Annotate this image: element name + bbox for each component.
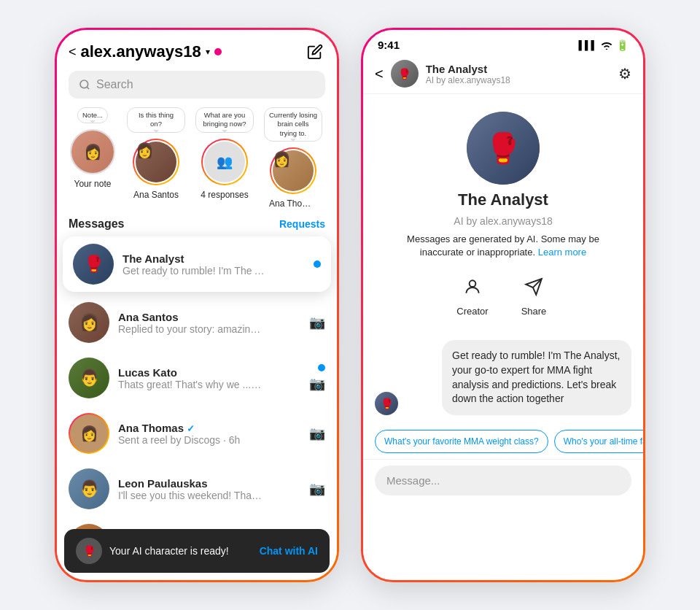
username-label: alex.anyways18 [81, 42, 201, 61]
chat-with-ai-button[interactable]: Chat with AI [260, 545, 318, 557]
left-phone-inner: < alex.anyways18 ▾ Searc [57, 30, 337, 580]
svg-point-1 [606, 48, 608, 49]
share-action[interactable]: Share [518, 271, 550, 317]
analyst-preview: Get ready to rumble! I'm The Analyst... … [122, 265, 268, 277]
right-header-left: < 🥊 The Analyst AI by alex.anyways18 [375, 60, 510, 88]
ana-thomas-ring-msg: 👩 [69, 413, 109, 454]
svg-point-0 [80, 80, 88, 88]
story-item-ana-thomas[interactable]: Currently losing brain cells trying to. … [264, 107, 322, 209]
right-phone-inner: 9:41 ▌▌▌ 🔋 < 🥊 The Analys [363, 30, 643, 580]
leon-right: 📷 [309, 481, 325, 497]
message-row-lucas-kato[interactable]: 👨 Lucas Kato Thats great! That's why we … [57, 350, 337, 406]
right-phone: 9:41 ▌▌▌ 🔋 < 🥊 The Analys [361, 28, 645, 582]
messages-header: Messages Requests [57, 209, 337, 236]
chevron-down-icon[interactable]: ▾ [206, 47, 210, 57]
ana-santos-note-wrapper: Is this thing on? 👩 [127, 107, 185, 185]
right-header-info: The Analyst AI by alex.anyways18 [426, 63, 510, 85]
share-icon [518, 271, 550, 303]
message-input-placeholder: Message... [386, 474, 440, 487]
message-row-leon[interactable]: 👨 Leon Paulauskas I'll see you this week… [57, 461, 337, 517]
responses-note-wrapper: What are you bringing now? 👥 [195, 107, 254, 185]
lucas-kato-content: Lucas Kato Thats great! That's why we ..… [118, 366, 300, 390]
leon-name: Leon Paulauskas [118, 477, 300, 490]
share-label: Share [521, 306, 547, 317]
quick-reply-1[interactable]: What's your favorite MMA weight class? [375, 430, 548, 453]
status-bar: 9:41 ▌▌▌ 🔋 [363, 30, 643, 54]
note-wrapper: Note... 👩 [70, 107, 115, 174]
ana-santos-story-label: Ana Santos [133, 190, 179, 200]
ana-thomas-msg-content: Ana Thomas ✓ Sent a reel by Discogs · 6h [118, 422, 300, 446]
svg-point-2 [470, 281, 476, 287]
verified-badge-ana-thomas: ✓ [187, 423, 195, 434]
right-header-sub: AI by alex.anyways18 [426, 75, 510, 85]
ana-santos-bubble: Is this thing on? [127, 107, 185, 133]
right-header-avatar: 🥊 [391, 60, 419, 88]
lucas-kato-avatar: 👨 [69, 358, 109, 398]
ai-toast-avatar: 🥊 [76, 538, 102, 564]
message-row-the-analyst[interactable]: 🥊 The Analyst Get ready to rumble! I'm T… [63, 236, 331, 292]
stories-row: Note... 👩 Your note Is this thing on? 👩 [57, 107, 337, 209]
lucas-kato-right: 📷 [309, 364, 325, 392]
back-arrow-icon[interactable]: < [69, 45, 77, 60]
left-header-left: < alex.anyways18 ▾ [69, 42, 222, 61]
message-row-ana-santos[interactable]: 👩 Ana Santos Replied to your story: amaz… [57, 295, 337, 350]
right-back-arrow[interactable]: < [375, 66, 384, 82]
analyst-content: The Analyst Get ready to rumble! I'm The… [122, 252, 305, 277]
ana-santos-msg-content: Ana Santos Replied to your story: amazin… [118, 311, 300, 335]
story-item-your-note[interactable]: Note... 👩 Your note [69, 107, 117, 209]
left-phone: < alex.anyways18 ▾ Searc [55, 28, 339, 582]
quick-reply-2[interactable]: Who's your all-time favorite fighter? [554, 430, 643, 453]
ana-santos-msg-name: Ana Santos [118, 311, 300, 323]
message-input-area: Message... [363, 459, 643, 507]
creator-label: Creator [456, 306, 488, 317]
gear-icon[interactable]: ⚙ [618, 65, 631, 82]
search-bar[interactable]: Search [69, 71, 325, 99]
ana-thomas-msg-avatar: 👩 [70, 414, 108, 452]
online-status-dot [214, 48, 222, 55]
responses-bubble: What are you bringing now? [195, 107, 254, 133]
responses-label: 4 responses [201, 190, 248, 200]
analyst-avatar: 🥊 [73, 244, 114, 285]
bubble-avatar: 🥊 [375, 392, 398, 415]
your-note-avatar: 👩 [70, 129, 115, 174]
story-item-ana-santos[interactable]: Is this thing on? 👩 Ana Santos [127, 107, 185, 209]
profile-sub: AI by alex.anyways18 [454, 215, 552, 227]
ana-thomas-msg-preview: Sent a reel by Discogs · 6h [118, 434, 264, 446]
camera-icon-leon: 📷 [309, 481, 325, 497]
right-header-name: The Analyst [426, 63, 510, 75]
lucas-kato-preview: Thats great! That's why we ... · 4h [118, 379, 264, 390]
status-icons: ▌▌▌ 🔋 [578, 39, 629, 51]
lucas-kato-name: Lucas Kato [118, 366, 300, 379]
your-note-label: Your note [74, 179, 112, 189]
leon-content: Leon Paulauskas I'll see you this weeken… [118, 477, 300, 501]
message-row-ana-thomas[interactable]: 👩 Ana Thomas ✓ Sent a reel by Discogs · … [57, 406, 337, 461]
profile-section: 🥊 The Analyst AI by alex.anyways18 Messa… [363, 94, 643, 328]
status-time: 9:41 [378, 39, 400, 51]
ana-santos-ring-inner: 👩 [134, 140, 178, 184]
creator-action[interactable]: Creator [456, 271, 489, 317]
message-input[interactable]: Message... [375, 466, 631, 495]
requests-link[interactable]: Requests [279, 218, 325, 230]
camera-icon-ana-santos: 📷 [309, 314, 325, 331]
profile-name: The Analyst [458, 190, 548, 209]
ana-santos-msg-avatar: 👩 [69, 302, 109, 343]
story-item-responses[interactable]: What are you bringing now? 👥 4 responses [195, 107, 254, 209]
chat-area: 🥊 Get ready to rumble! I'm The Analyst, … [363, 328, 643, 423]
ana-thomas-bubble: Currently losing brain cells trying to. [264, 107, 322, 142]
creator-icon [456, 271, 489, 303]
quick-replies: What's your favorite MMA weight class? W… [363, 424, 643, 459]
profile-avatar-large: 🥊 [467, 112, 540, 185]
ana-thomas-msg-right: 📷 [309, 425, 325, 441]
right-header: < 🥊 The Analyst AI by alex.anyways18 ⚙ [363, 54, 643, 94]
wifi-icon [601, 41, 612, 50]
ana-santos-msg-preview: Replied to your story: amazing · 2h [118, 323, 264, 335]
profile-disclaimer: Messages are generated by AI. Some may b… [378, 233, 629, 259]
ai-character-toast[interactable]: 🥊 Your AI character is ready! Chat with … [64, 529, 330, 573]
learn-more-link[interactable]: Learn more [538, 247, 586, 258]
leon-avatar: 👨 [69, 468, 109, 509]
edit-icon[interactable] [305, 42, 325, 62]
messages-title: Messages [69, 217, 125, 231]
ana-thomas-note-wrapper: Currently losing brain cells trying to. … [264, 107, 322, 194]
camera-icon-lucas: 📷 [309, 376, 325, 392]
note-bubble: Note... [77, 107, 108, 123]
